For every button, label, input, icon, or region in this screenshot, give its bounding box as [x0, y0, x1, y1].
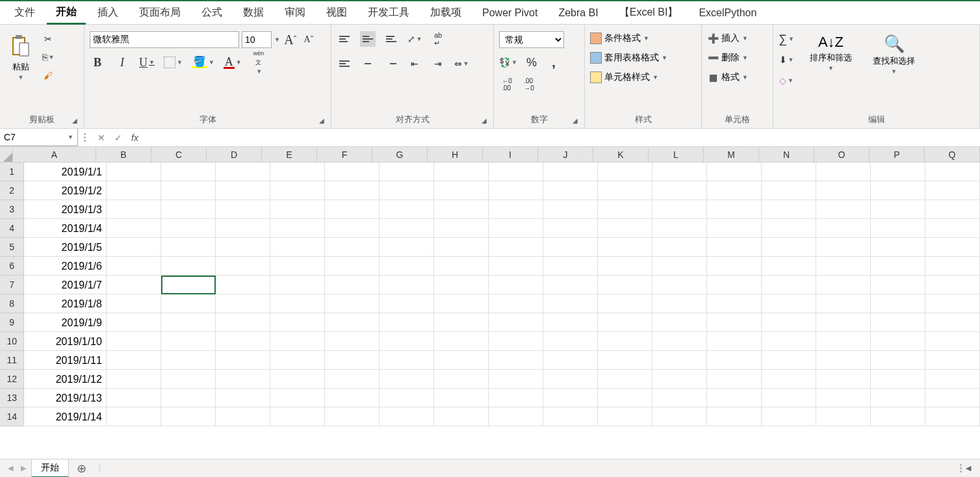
- cell-K1[interactable]: [598, 162, 652, 181]
- cell-O1[interactable]: [816, 162, 871, 181]
- cell-A4[interactable]: 2019/1/4: [24, 219, 106, 238]
- cell-P7[interactable]: [871, 276, 925, 294]
- cell-J3[interactable]: [543, 200, 598, 219]
- cell-E11[interactable]: [270, 351, 325, 370]
- cell-I11[interactable]: [489, 351, 543, 370]
- conditional-format-button[interactable]: 条件格式▼: [590, 31, 649, 45]
- cell-F9[interactable]: [325, 313, 380, 332]
- add-sheet-button[interactable]: ⊕: [71, 461, 92, 476]
- cell-K12[interactable]: [598, 370, 652, 389]
- clipboard-launcher[interactable]: ◢: [72, 117, 77, 124]
- cell-B7[interactable]: [107, 276, 161, 294]
- cell-E7[interactable]: [270, 276, 325, 294]
- cell-G13[interactable]: [380, 389, 434, 407]
- cell-G5[interactable]: [380, 238, 434, 257]
- cell-J9[interactable]: [543, 313, 598, 332]
- cell-A1[interactable]: 2019/1/1: [24, 162, 106, 181]
- cell-M7[interactable]: [707, 276, 762, 294]
- cell-M10[interactable]: [707, 332, 762, 351]
- cell-O3[interactable]: [816, 200, 871, 219]
- cell-P13[interactable]: [871, 389, 925, 407]
- cell-M6[interactable]: [707, 257, 762, 276]
- tab-home[interactable]: 开始: [47, 1, 86, 25]
- tab-excelpython[interactable]: ExcelPython: [690, 3, 766, 23]
- cell-D1[interactable]: [216, 162, 270, 181]
- cell-M3[interactable]: [707, 200, 762, 219]
- cell-J11[interactable]: [543, 351, 598, 370]
- cell-F10[interactable]: [325, 332, 380, 351]
- cell-N10[interactable]: [762, 332, 816, 351]
- row-header-11[interactable]: 11: [0, 351, 24, 370]
- cell-G4[interactable]: [380, 219, 434, 238]
- cell-H2[interactable]: [434, 181, 489, 200]
- cell-B1[interactable]: [107, 162, 161, 181]
- cell-B10[interactable]: [107, 332, 161, 351]
- column-header-G[interactable]: G: [372, 147, 428, 162]
- cell-N7[interactable]: [762, 276, 816, 294]
- scroll-left-button[interactable]: ◀: [962, 464, 975, 472]
- cell-M4[interactable]: [707, 219, 762, 238]
- increase-decimal-button[interactable]: ←0.00: [499, 77, 515, 92]
- align-left-button[interactable]: [337, 56, 352, 71]
- row-header-9[interactable]: 9: [0, 313, 24, 332]
- row-header-8[interactable]: 8: [0, 294, 24, 313]
- cell-M1[interactable]: [707, 162, 762, 181]
- cell-F12[interactable]: [325, 370, 380, 389]
- cell-A11[interactable]: 2019/1/11: [24, 351, 106, 370]
- cell-O12[interactable]: [816, 370, 871, 389]
- cell-C12[interactable]: [161, 370, 216, 389]
- cell-H3[interactable]: [434, 200, 489, 219]
- column-header-F[interactable]: F: [317, 147, 372, 162]
- cell-K13[interactable]: [598, 389, 652, 407]
- cell-D5[interactable]: [216, 238, 270, 257]
- format-as-table-button[interactable]: 套用表格格式▼: [590, 51, 667, 65]
- font-size-select[interactable]: [242, 31, 272, 48]
- cell-D9[interactable]: [216, 313, 270, 332]
- cell-C6[interactable]: [161, 257, 216, 276]
- cell-F11[interactable]: [325, 351, 380, 370]
- cell-M13[interactable]: [707, 389, 762, 407]
- tab-developer[interactable]: 开发工具: [359, 2, 419, 23]
- decrease-font-button[interactable]: Aˇ: [301, 32, 316, 47]
- tab-powerpivot[interactable]: Power Pivot: [473, 3, 547, 23]
- cell-L5[interactable]: [652, 238, 707, 257]
- cell-F14[interactable]: [325, 407, 380, 426]
- tab-insert[interactable]: 插入: [88, 2, 127, 23]
- cell-G3[interactable]: [380, 200, 434, 219]
- cell-C9[interactable]: [161, 313, 216, 332]
- column-header-D[interactable]: D: [207, 147, 262, 162]
- cell-C13[interactable]: [161, 389, 216, 407]
- decrease-decimal-button[interactable]: .00→0: [521, 77, 537, 92]
- cell-O2[interactable]: [816, 181, 871, 200]
- cell-Q9[interactable]: [925, 313, 980, 332]
- cell-K7[interactable]: [598, 276, 652, 294]
- cell-M12[interactable]: [707, 370, 762, 389]
- cell-K4[interactable]: [598, 219, 652, 238]
- align-top-button[interactable]: [337, 31, 352, 47]
- cell-I2[interactable]: [489, 181, 543, 200]
- cell-L11[interactable]: [652, 351, 707, 370]
- tab-zebrabi[interactable]: Zebra BI: [549, 3, 607, 23]
- row-header-5[interactable]: 5: [0, 238, 24, 257]
- cell-K10[interactable]: [598, 332, 652, 351]
- cell-A3[interactable]: 2019/1/3: [24, 200, 106, 219]
- align-launcher[interactable]: ◢: [482, 117, 487, 124]
- cell-D2[interactable]: [216, 181, 270, 200]
- column-header-H[interactable]: H: [428, 147, 483, 162]
- cell-C7[interactable]: [161, 276, 216, 294]
- cell-I3[interactable]: [489, 200, 543, 219]
- cell-G14[interactable]: [380, 407, 434, 426]
- cell-K6[interactable]: [598, 257, 652, 276]
- cell-Q2[interactable]: [925, 181, 980, 200]
- cell-F6[interactable]: [325, 257, 380, 276]
- underline-button[interactable]: U▼: [139, 55, 155, 70]
- cell-C4[interactable]: [161, 219, 216, 238]
- cell-E13[interactable]: [270, 389, 325, 407]
- cell-M5[interactable]: [707, 238, 762, 257]
- cell-L9[interactable]: [652, 313, 707, 332]
- row-header-7[interactable]: 7: [0, 276, 24, 294]
- cell-G11[interactable]: [380, 351, 434, 370]
- sheet-nav-next[interactable]: ▶: [18, 464, 29, 472]
- phonetic-button[interactable]: wén 文 ▼: [251, 55, 266, 70]
- cell-Q1[interactable]: [925, 162, 980, 181]
